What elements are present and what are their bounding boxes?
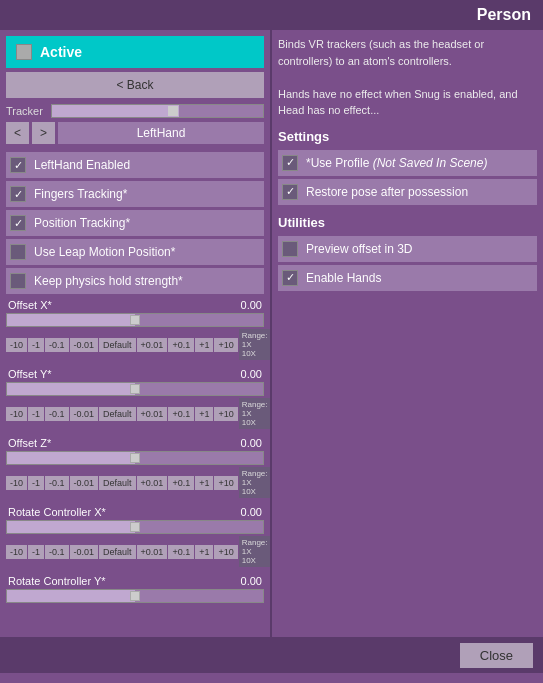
- slider-offset-x: Offset X* 0.00 -10 -1 -0.1 -0.01 Default…: [6, 297, 264, 360]
- offset-x-plus01[interactable]: +0.1: [168, 338, 194, 352]
- rotate-y-label: Rotate Controller Y*: [8, 575, 106, 587]
- offset-z-slider-bar[interactable]: [6, 451, 264, 465]
- nav-next-button[interactable]: >: [32, 122, 55, 144]
- page-title: Person: [477, 6, 531, 23]
- active-button[interactable]: Active: [6, 36, 264, 68]
- settings-header: Settings: [278, 129, 537, 144]
- offset-z-controls: -10 -1 -0.1 -0.01 Default +0.01 +0.1 +1 …: [6, 467, 264, 498]
- back-button[interactable]: < Back: [6, 72, 264, 98]
- offset-y-plus001[interactable]: +0.01: [137, 407, 168, 421]
- checkbox-use-profile-label: *Use Profile (Not Saved In Scene): [306, 156, 487, 170]
- checkbox-fingers-tracking-box: [10, 186, 26, 202]
- row-physics-hold[interactable]: Keep physics hold strength*: [6, 268, 264, 294]
- physics-hold-label: Keep physics hold strength*: [34, 274, 183, 288]
- rotate-x-minus1[interactable]: -1: [28, 545, 44, 559]
- checkbox-use-profile[interactable]: *Use Profile (Not Saved In Scene): [278, 150, 537, 176]
- rotate-y-slider-bar[interactable]: [6, 589, 264, 603]
- checkbox-fingers-tracking[interactable]: Fingers Tracking*: [6, 181, 264, 207]
- rotate-x-plus1[interactable]: +1: [195, 545, 213, 559]
- checkbox-lefthand-enabled-box: [10, 157, 26, 173]
- rotate-x-default[interactable]: Default: [99, 545, 136, 559]
- rotate-x-plus001[interactable]: +0.01: [137, 545, 168, 559]
- checkbox-lefthand-enabled[interactable]: LeftHand Enabled: [6, 152, 264, 178]
- physics-hold-checkbox: [10, 273, 26, 289]
- offset-y-minus01[interactable]: -0.1: [45, 407, 69, 421]
- left-panel: Active < Back Tracker < > LeftHand LeftH…: [0, 30, 270, 637]
- offset-y-plus01[interactable]: +0.1: [168, 407, 194, 421]
- offset-z-label: Offset Z*: [8, 437, 51, 449]
- offset-z-plus01[interactable]: +0.1: [168, 476, 194, 490]
- offset-z-range: Range:1X 10X: [239, 467, 270, 498]
- offset-x-plus10[interactable]: +10: [214, 338, 237, 352]
- offset-x-default[interactable]: Default: [99, 338, 136, 352]
- offset-z-minus10[interactable]: -10: [6, 476, 27, 490]
- leap-motion-checkbox: [10, 244, 26, 260]
- offset-x-label: Offset X*: [8, 299, 52, 311]
- offset-x-minus10[interactable]: -10: [6, 338, 27, 352]
- rotate-x-controls: -10 -1 -0.1 -0.01 Default +0.01 +0.1 +1 …: [6, 536, 264, 567]
- checkbox-restore-pose[interactable]: Restore pose after possession: [278, 179, 537, 205]
- active-checkbox: [16, 44, 32, 60]
- bottom-bar: Close: [0, 637, 543, 673]
- rotate-x-value: 0.00: [241, 506, 262, 518]
- offset-y-label: Offset Y*: [8, 368, 52, 380]
- rotate-x-slider-bar[interactable]: [6, 520, 264, 534]
- offset-z-plus1[interactable]: +1: [195, 476, 213, 490]
- offset-y-plus10[interactable]: +10: [214, 407, 237, 421]
- offset-y-minus1[interactable]: -1: [28, 407, 44, 421]
- description-text: Binds VR trackers (such as the headset o…: [278, 36, 537, 119]
- offset-x-minus01[interactable]: -0.1: [45, 338, 69, 352]
- tracker-slider[interactable]: [51, 104, 264, 118]
- rotate-x-label: Rotate Controller X*: [8, 506, 106, 518]
- rotate-x-minus01[interactable]: -0.1: [45, 545, 69, 559]
- offset-y-range: Range:1X 10X: [239, 398, 270, 429]
- tracker-label: Tracker: [6, 105, 48, 117]
- preview-offset-label: Preview offset in 3D: [306, 242, 413, 256]
- offset-x-minus1[interactable]: -1: [28, 338, 44, 352]
- offset-z-minus01[interactable]: -0.1: [45, 476, 69, 490]
- rotate-x-plus01[interactable]: +0.1: [168, 545, 194, 559]
- offset-z-value: 0.00: [241, 437, 262, 449]
- offset-x-minus001[interactable]: -0.01: [70, 338, 99, 352]
- nav-row: < > LeftHand: [6, 122, 264, 144]
- checkbox-use-profile-box: [282, 155, 298, 171]
- row-preview-offset[interactable]: Preview offset in 3D: [278, 236, 537, 262]
- preview-offset-checkbox: [282, 241, 298, 257]
- offset-x-slider-bar[interactable]: [6, 313, 264, 327]
- offset-x-plus1[interactable]: +1: [195, 338, 213, 352]
- checkbox-enable-hands-box: [282, 270, 298, 286]
- checkbox-enable-hands[interactable]: Enable Hands: [278, 265, 537, 291]
- close-button[interactable]: Close: [460, 643, 533, 668]
- slider-rotate-controller-y: Rotate Controller Y* 0.00: [6, 573, 264, 603]
- row-leap-motion[interactable]: Use Leap Motion Position*: [6, 239, 264, 265]
- offset-y-minus001[interactable]: -0.01: [70, 407, 99, 421]
- offset-y-default[interactable]: Default: [99, 407, 136, 421]
- active-label: Active: [40, 44, 82, 60]
- offset-x-value: 0.00: [241, 299, 262, 311]
- offset-z-default[interactable]: Default: [99, 476, 136, 490]
- rotate-x-minus001[interactable]: -0.01: [70, 545, 99, 559]
- offset-y-value: 0.00: [241, 368, 262, 380]
- right-panel: Binds VR trackers (such as the headset o…: [272, 30, 543, 637]
- checkbox-position-tracking-box: [10, 215, 26, 231]
- rotate-x-plus10[interactable]: +10: [214, 545, 237, 559]
- rotate-x-minus10[interactable]: -10: [6, 545, 27, 559]
- offset-z-plus10[interactable]: +10: [214, 476, 237, 490]
- offset-x-range: Range:1X 10X: [239, 329, 270, 360]
- tracker-row: Tracker: [6, 104, 264, 118]
- hand-label: LeftHand: [58, 122, 264, 144]
- checkbox-enable-hands-label: Enable Hands: [306, 271, 381, 285]
- offset-y-controls: -10 -1 -0.1 -0.01 Default +0.01 +0.1 +1 …: [6, 398, 264, 429]
- offset-y-plus1[interactable]: +1: [195, 407, 213, 421]
- offset-y-minus10[interactable]: -10: [6, 407, 27, 421]
- checkbox-fingers-tracking-label: Fingers Tracking*: [34, 187, 127, 201]
- offset-z-plus001[interactable]: +0.01: [137, 476, 168, 490]
- offset-y-slider-bar[interactable]: [6, 382, 264, 396]
- slider-rotate-controller-x: Rotate Controller X* 0.00 -10 -1 -0.1 -0…: [6, 504, 264, 567]
- nav-prev-button[interactable]: <: [6, 122, 29, 144]
- offset-x-plus001[interactable]: +0.01: [137, 338, 168, 352]
- slider-offset-z: Offset Z* 0.00 -10 -1 -0.1 -0.01 Default…: [6, 435, 264, 498]
- checkbox-position-tracking[interactable]: Position Tracking*: [6, 210, 264, 236]
- offset-z-minus001[interactable]: -0.01: [70, 476, 99, 490]
- offset-z-minus1[interactable]: -1: [28, 476, 44, 490]
